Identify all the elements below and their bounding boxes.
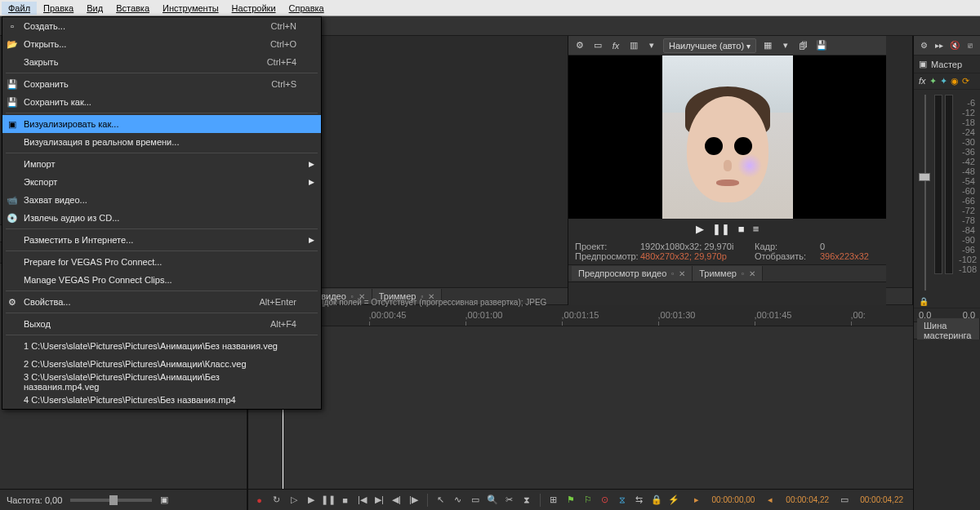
menu-settings[interactable]: Настройки — [225, 2, 283, 15]
go-start-icon[interactable]: |◀ — [356, 494, 369, 507]
video-preview-panel: ⚙ ▭ fx ▥ ▾ Наилучшее (авто) ▾ ▦ ▾ 🗐 💾 ▶ … — [568, 36, 886, 305]
timeline[interactable]: ,00:00:30,00:00:45,00:01:00,00:01:15,00:… — [248, 305, 913, 510]
rate-reset-icon[interactable]: ▣ — [160, 494, 168, 505]
record-icon[interactable]: ● — [253, 494, 266, 507]
menuitem-1-c-users-slate-pictures-pictures-анимации-без-названия-veg[interactable]: 1 C:\Users\slate\Pictures\Pictures\Анима… — [2, 337, 321, 355]
ruler-tick: ,00:01:15 — [562, 310, 599, 320]
fx-icon[interactable]: fx — [609, 39, 622, 52]
video-monitor — [568, 55, 886, 219]
master-mute-icon[interactable]: 🔇 — [949, 40, 960, 51]
master-toolbar: ⚙ ▸▸ 🔇 ⎚ — [914, 36, 980, 55]
menuitem-3-c-users-slate-pictures-pictures-анимации-без-названия-mp4-veg[interactable]: 3 C:\Users\slate\Pictures\Pictures\Анима… — [2, 373, 321, 391]
tool-time-icon[interactable]: ⧗ — [520, 494, 533, 507]
menuitem-сохранить[interactable]: 💾СохранитьCtrl+S — [2, 75, 321, 93]
auto-icon[interactable]: ⚡ — [667, 494, 680, 507]
menu-edit[interactable]: Правка — [37, 2, 80, 15]
volume-slider[interactable] — [917, 95, 932, 290]
timeline-ruler[interactable]: ,00:00:30,00:00:45,00:01:00,00:01:15,00:… — [248, 305, 913, 326]
play-start-icon[interactable]: ▷ — [287, 494, 301, 507]
menuitem-разместить-в-интернете-[interactable]: Разместить в Интернете...▶ — [2, 231, 321, 249]
menuitem-сохранить-как-[interactable]: 💾Сохранить как... — [2, 93, 321, 111]
preview-toolbar: ⚙ ▭ fx ▥ ▾ Наилучшее (авто) ▾ ▦ ▾ 🗐 💾 — [568, 36, 886, 55]
region-icon[interactable]: ⚐ — [581, 494, 595, 507]
preview-quality-dropdown[interactable]: Наилучшее (авто) ▾ — [663, 38, 756, 53]
step-back-icon[interactable]: ◀| — [390, 494, 403, 507]
master-insert3-icon[interactable]: ◉ — [951, 76, 959, 86]
timecode-end[interactable]: 00:00:04,22 — [781, 494, 834, 506]
timecode-start[interactable]: 00:00:00,00 — [707, 494, 760, 506]
dropdown2-icon[interactable]: ▾ — [779, 39, 792, 52]
tool-cut-icon[interactable]: ✂ — [503, 494, 516, 507]
menuitem-визуализация-в-реальном-времени-[interactable]: Визуализация в реальном времени... — [2, 133, 321, 151]
timecode-dur[interactable]: 00:00:04,22 — [855, 494, 908, 506]
marker-icon[interactable]: ⚑ — [564, 494, 577, 507]
menuitem-manage-vegas-pro-connect-clips-[interactable]: Manage VEGAS Pro Connect Clips... — [2, 271, 321, 289]
menu-help[interactable]: Справка — [283, 2, 331, 15]
tool-normal-icon[interactable]: ↖ — [434, 494, 448, 507]
preview-play-icon[interactable]: ▶ — [696, 223, 704, 235]
dropdown-icon[interactable]: ▾ — [645, 39, 658, 52]
menuitem-визуализировать-как-[interactable]: ▣Визуализировать как... — [2, 115, 321, 133]
tool-zoom-icon[interactable]: 🔍 — [486, 494, 499, 507]
tc-marker2-icon: ◂ — [764, 494, 777, 507]
menuitem-prepare-for-vegas-pro-connect-[interactable]: Prepare for VEGAS Pro Connect... — [2, 253, 321, 271]
menuitem-2-c-users-slate-pictures-pictures-анимации-класс-veg[interactable]: 2 C:\Users\slate\Pictures\Pictures\Анима… — [2, 355, 321, 373]
menuitem-закрыть[interactable]: ЗакрытьCtrl+F4 — [2, 53, 321, 71]
master-insert4-icon[interactable]: ⟳ — [962, 76, 969, 86]
menuitem-захват-видео-[interactable]: 📹Захват видео... — [2, 191, 321, 209]
magnet-icon[interactable]: ⊙ — [599, 494, 612, 507]
menubar: Файл Правка Вид Вставка Инструменты Наст… — [0, 0, 980, 16]
save-frame-icon[interactable]: 💾 — [815, 39, 828, 52]
tool-envelope-icon[interactable]: ∿ — [452, 494, 465, 507]
menu-file[interactable]: Файл — [2, 2, 37, 15]
ruler-tick: ,00: — [851, 310, 866, 320]
preview-pause-icon[interactable]: ❚❚ — [712, 223, 730, 235]
tab-trimmer-abs[interactable]: Триммер▫✕ — [693, 266, 763, 281]
tc-marker1-icon: ▸ — [690, 494, 703, 507]
master-insert1-icon[interactable]: ✦ — [929, 76, 937, 86]
ruler-tick: ,00:01:00 — [466, 310, 503, 320]
ripple-icon[interactable]: ⇆ — [633, 494, 646, 507]
crossfade-icon[interactable]: ⧖ — [616, 494, 629, 507]
menuitem-свойства-[interactable]: ⚙Свойства...Alt+Enter — [2, 293, 321, 311]
file-menu-dropdown: ▫Создать...Ctrl+N📂Открыть...Ctrl+OЗакрыт… — [2, 16, 322, 410]
split-icon[interactable]: ▥ — [627, 39, 640, 52]
master-bus-panel: ⚙ ▸▸ 🔇 ⎚ ▣ Мастер fx ✦ ✦ ◉ ⟳ -6-12-18-24… — [913, 36, 980, 510]
tab-preview-video-abs[interactable]: Предпросмотр видео▫✕ — [572, 266, 693, 281]
menuitem-создать-[interactable]: ▫Создать...Ctrl+N — [2, 17, 321, 35]
menuitem-выход[interactable]: ВыходAlt+F4 — [2, 315, 321, 333]
preview-menu-icon[interactable]: ≡ — [753, 223, 760, 235]
loop-icon[interactable]: ↻ — [270, 494, 283, 507]
menuitem-экспорт[interactable]: Экспорт▶ — [2, 173, 321, 191]
go-end-icon[interactable]: ▶| — [373, 494, 386, 507]
preview-stop-icon[interactable]: ■ — [738, 223, 745, 235]
menu-insert[interactable]: Вставка — [109, 2, 156, 15]
play-icon[interactable]: ▶ — [305, 494, 318, 507]
menuitem-импорт[interactable]: Импорт▶ — [2, 155, 321, 173]
menu-tools[interactable]: Инструменты — [156, 2, 225, 15]
step-fwd-icon[interactable]: |▶ — [408, 494, 421, 507]
rate-label: Частота: 0,00 — [7, 495, 62, 505]
timeline-tracks[interactable] — [248, 326, 913, 489]
menuitem-извлечь-аудио-из-cd-[interactable]: 💿Извлечь аудио из CD... — [2, 209, 321, 227]
lock-icon-row[interactable]: 🔒 — [914, 295, 980, 308]
preview-info: Проект:1920x1080x32; 29,970i Кадр:0 Пред… — [568, 238, 886, 264]
rate-slider[interactable] — [70, 499, 152, 502]
lock-icon[interactable]: 🔒 — [650, 494, 663, 507]
master-insert2-icon[interactable]: ✦ — [940, 76, 947, 86]
pause-icon[interactable]: ❚❚ — [322, 494, 335, 507]
grid-icon[interactable]: ▦ — [761, 39, 774, 52]
menuitem-открыть-[interactable]: 📂Открыть...Ctrl+O — [2, 35, 321, 53]
snap-icon[interactable]: ⊞ — [547, 494, 560, 507]
master-sliders-icon[interactable]: ⎚ — [964, 40, 976, 51]
menuitem-4-c-users-slate-pictures-pictures-без-названия-mp4[interactable]: 4 C:\Users\slate\Pictures\Pictures\Без н… — [2, 391, 321, 409]
tool-select-icon[interactable]: ▭ — [469, 494, 482, 507]
master-gear-icon[interactable]: ⚙ — [918, 40, 929, 51]
copy-frame-icon[interactable]: 🗐 — [797, 39, 810, 52]
preview-settings-icon[interactable]: ⚙ — [573, 39, 586, 52]
master-out-icon[interactable]: ▸▸ — [933, 40, 945, 51]
stop-icon[interactable]: ■ — [339, 494, 352, 507]
master-fx-icon[interactable]: fx — [919, 76, 926, 86]
preview-ext-icon[interactable]: ▭ — [591, 39, 604, 52]
menu-view[interactable]: Вид — [80, 2, 109, 15]
